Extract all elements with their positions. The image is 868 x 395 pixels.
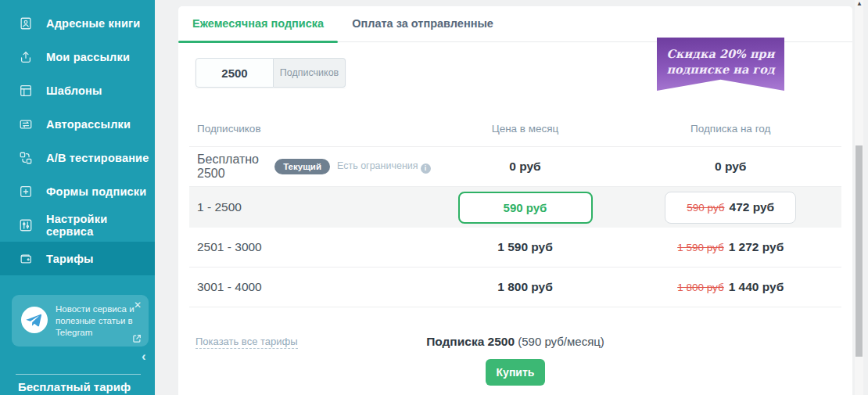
monthly-price: 1 590 руб <box>431 240 620 254</box>
monthly-price: 0 руб <box>431 160 620 174</box>
sidebar-item-my-campaigns[interactable]: Мои рассылки <box>0 40 155 74</box>
discount-ribbon-line2: подписке на год <box>657 62 784 77</box>
external-link-icon <box>132 332 142 342</box>
header-subscribers: Подписчиков <box>189 123 431 135</box>
campaigns-icon <box>19 50 33 64</box>
current-plan-title: Бесплатный тариф <box>18 380 131 393</box>
old-yearly-price: 1 800 руб <box>677 282 724 293</box>
monthly-price: 1 800 руб <box>431 280 620 294</box>
autoresponder-icon <box>19 117 33 131</box>
discount-ribbon-line1: Скидка 20% при <box>657 46 784 62</box>
templates-icon <box>19 84 33 98</box>
sidebar-item-label: Шаблоны <box>46 84 102 97</box>
info-icon[interactable]: i <box>421 163 431 174</box>
limitations-note: Есть ограниченияi <box>337 160 431 174</box>
header-price-per-month: Цена в месяц <box>431 123 620 135</box>
sidebar-item-label: Мои рассылки <box>46 51 130 63</box>
plan-name: 3001 - 4000 <box>189 280 431 294</box>
yearly-price: 1 272 руб <box>729 240 784 253</box>
discount-ribbon: Скидка 20% при подписке на год <box>657 38 784 91</box>
yearly-price-option[interactable]: 590 руб472 руб <box>665 192 796 224</box>
sidebar-item-label: Адресные книги <box>46 17 140 30</box>
plan-name: 1 - 2500 <box>189 200 431 214</box>
pricing-card: Ежемесячная подписка Оплата за отправлен… <box>178 6 852 395</box>
price-table-header: Подписчиков Цена в месяц Подписка на год <box>189 111 841 147</box>
sidebar-item-label: Авторассылки <box>46 118 131 131</box>
sidebar-divider <box>16 374 141 375</box>
scroll-up-icon[interactable]: ▲ <box>856 1 863 7</box>
plan-name: Бесплатно 2500 <box>197 153 267 181</box>
telegram-promo-card[interactable]: Новости сервиса и полезные статьи в Tele… <box>12 295 149 347</box>
show-all-tariffs-link[interactable]: Показать все тарифы <box>195 336 298 349</box>
sidebar-item-autoresponders[interactable]: Авторассылки <box>0 107 155 141</box>
table-row-selected: 1 - 2500 590 руб 590 руб472 руб <box>189 187 841 228</box>
sidebar: Адресные книги Мои рассылки Шаблоны Авто… <box>0 0 155 395</box>
table-row: 2501 - 3000 1 590 руб 1 590 руб1 272 руб <box>189 228 841 268</box>
pricing-tabbar: Ежемесячная подписка Оплата за отправлен… <box>178 6 852 42</box>
monthly-price-option[interactable]: 590 руб <box>458 192 593 224</box>
sidebar-item-ab-testing[interactable]: A/B тестирование <box>0 141 155 174</box>
sidebar-collapse-icon[interactable]: ‹ <box>142 350 146 363</box>
sidebar-item-address-books[interactable]: Адресные книги <box>0 6 155 40</box>
table-row-free: Бесплатно 2500 Текущий Есть ограниченияi… <box>189 147 841 187</box>
telegram-icon <box>21 307 48 333</box>
yearly-price: 1 440 руб <box>729 280 784 293</box>
price-table: Подписчиков Цена в месяц Подписка на год… <box>189 111 841 307</box>
current-plan-badge: Текущий <box>274 159 330 174</box>
tariffs-icon <box>19 252 33 266</box>
old-yearly-price: 590 руб <box>687 202 724 214</box>
yearly-price: 0 руб <box>619 160 841 174</box>
telegram-promo-text: Новости сервиса и полезные статьи в Tele… <box>56 302 141 340</box>
close-icon[interactable]: ✕ <box>134 300 142 311</box>
address-book-icon <box>19 16 33 31</box>
sidebar-item-label: Тарифы <box>46 253 94 265</box>
subscription-forms-icon <box>19 185 33 199</box>
subscriber-count-group: Подписчиков <box>195 58 346 88</box>
yearly-price: 472 руб <box>730 200 775 214</box>
sidebar-item-tariffs[interactable]: Тарифы <box>0 242 155 275</box>
old-yearly-price: 1 590 руб <box>677 242 724 253</box>
tab-pay-per-sent[interactable]: Оплата за отправленные <box>338 6 508 41</box>
sidebar-item-label: A/B тестирование <box>46 152 149 164</box>
service-settings-icon <box>19 218 33 232</box>
plan-name: 2501 - 3000 <box>189 240 431 254</box>
subscriber-count-input[interactable] <box>195 58 274 88</box>
buy-button[interactable]: Купить <box>486 359 545 386</box>
tab-monthly-subscription[interactable]: Ежемесячная подписка <box>178 6 338 41</box>
ab-testing-icon <box>19 151 33 165</box>
scrollbar-thumb[interactable] <box>855 145 863 357</box>
subscriber-count-addon-label: Подписчиков <box>274 58 346 88</box>
table-row: 3001 - 4000 1 800 руб 1 800 руб1 440 руб <box>189 268 841 307</box>
sidebar-item-subscription-forms[interactable]: Формы подписки <box>0 174 155 208</box>
pricing-footer: Показать все тарифы Подписка 2500 (590 р… <box>195 335 835 386</box>
subscription-summary: Подписка 2500 (590 руб/месяц) <box>426 335 604 349</box>
sidebar-nav: Адресные книги Мои рассылки Шаблоны Авто… <box>0 0 155 275</box>
sidebar-item-service-settings[interactable]: Настройки сервиса <box>0 208 155 242</box>
sidebar-item-templates[interactable]: Шаблоны <box>0 74 155 107</box>
sidebar-item-label: Настройки сервиса <box>46 213 155 238</box>
sidebar-item-label: Формы подписки <box>46 185 146 198</box>
header-yearly-subscription: Подписка на год <box>619 123 841 135</box>
